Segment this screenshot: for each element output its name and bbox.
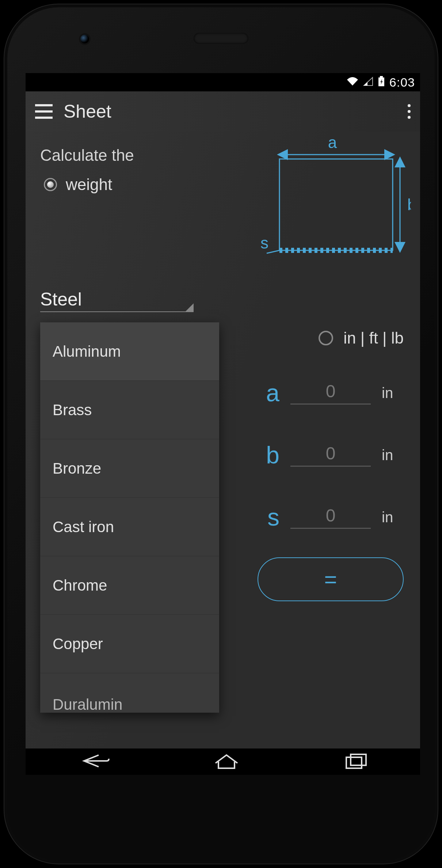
calculate-button[interactable]: =: [258, 557, 404, 601]
material-option[interactable]: Cast iron: [40, 498, 219, 556]
home-icon[interactable]: [212, 752, 241, 771]
unit-s: in: [382, 509, 404, 526]
wifi-icon: [346, 77, 359, 88]
recent-apps-icon[interactable]: [343, 752, 369, 771]
input-a[interactable]: 0: [290, 381, 371, 405]
material-option[interactable]: Duralumin: [40, 673, 219, 713]
signal-icon: [363, 77, 373, 88]
diagram-label-a: a: [328, 137, 337, 151]
page-title: Sheet: [64, 101, 111, 122]
sheet-diagram: a b s: [254, 137, 411, 269]
unit-b: in: [382, 447, 404, 463]
overflow-menu-icon[interactable]: [408, 104, 411, 119]
battery-icon: [378, 76, 385, 88]
dim-label-a: a: [258, 379, 279, 407]
menu-icon[interactable]: [35, 104, 53, 119]
screen: 6:03 Sheet Calculate the weight: [26, 73, 420, 775]
input-b[interactable]: 0: [290, 443, 371, 467]
material-option[interactable]: Chrome: [40, 556, 219, 615]
unit-system-label: in | ft | lb: [343, 329, 404, 347]
app-bar: Sheet: [26, 91, 420, 132]
device-camera: [80, 35, 89, 43]
content-area: Calculate the weight: [26, 132, 420, 748]
dropdown-indicator-icon: [186, 303, 194, 311]
dim-label-s: s: [258, 503, 279, 531]
status-bar: 6:03: [26, 73, 420, 91]
diagram-label-s: s: [260, 234, 268, 252]
device-speaker: [194, 33, 248, 44]
dim-label-b: b: [258, 441, 279, 469]
svg-rect-7: [351, 754, 366, 765]
svg-rect-1: [380, 76, 383, 77]
input-list: a 0 in b 0 in s 0 in: [206, 362, 404, 548]
equals-label: =: [324, 567, 337, 592]
radio-icon: [319, 331, 333, 345]
radio-weight-label: weight: [66, 175, 112, 194]
unit-system-radio[interactable]: in | ft | lb: [319, 329, 404, 347]
material-select[interactable]: Steel: [40, 289, 194, 312]
radio-icon: [44, 178, 57, 191]
diagram-label-b: b: [407, 196, 411, 213]
svg-rect-2: [279, 159, 393, 250]
input-s[interactable]: 0: [290, 505, 371, 529]
input-row-a: a 0 in: [206, 362, 404, 424]
svg-rect-6: [346, 757, 362, 768]
unit-a: in: [382, 385, 404, 401]
material-option[interactable]: Brass: [40, 381, 219, 439]
back-icon[interactable]: [77, 752, 110, 771]
material-option[interactable]: Bronze: [40, 439, 219, 498]
material-dropdown: Aluminum Brass Bronze Cast iron Chrome C…: [40, 322, 219, 713]
material-option[interactable]: Aluminum: [40, 322, 219, 381]
material-option[interactable]: Copper: [40, 615, 219, 673]
material-select-value: Steel: [40, 289, 186, 310]
input-row-s: s 0 in: [206, 486, 404, 548]
status-clock: 6:03: [389, 75, 415, 90]
input-row-b: b 0 in: [206, 424, 404, 486]
system-navbar: [26, 748, 420, 775]
phone-frame: 6:03 Sheet Calculate the weight: [4, 4, 438, 864]
